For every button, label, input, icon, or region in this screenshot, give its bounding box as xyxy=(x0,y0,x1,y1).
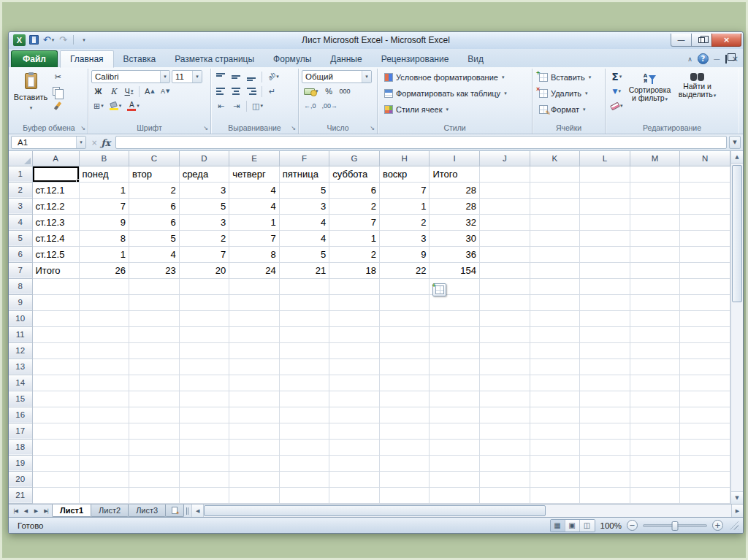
cell-B4[interactable]: 9 xyxy=(79,214,129,230)
cell-F3[interactable]: 3 xyxy=(279,198,329,214)
cell-K3[interactable] xyxy=(530,198,580,214)
cell-A11[interactable] xyxy=(32,326,79,342)
cell-F13[interactable] xyxy=(279,358,329,375)
cell-B6[interactable]: 1 xyxy=(79,246,129,262)
percent-button[interactable]: % xyxy=(322,85,336,98)
row-header-6[interactable]: 6 xyxy=(9,246,32,262)
row-header-12[interactable]: 12 xyxy=(9,342,32,358)
cell-A2[interactable]: ст.12.1 xyxy=(32,182,79,198)
cell-J20[interactable] xyxy=(480,471,530,487)
cell-H7[interactable]: 22 xyxy=(379,262,430,278)
fill-button[interactable]: ▼▾ xyxy=(608,85,625,98)
cell-M9[interactable] xyxy=(630,294,680,310)
cell-M7[interactable] xyxy=(630,262,680,278)
cell-F1[interactable]: пятница xyxy=(279,166,329,182)
tab-split-handle[interactable] xyxy=(184,505,190,517)
row-header-7[interactable]: 7 xyxy=(9,262,32,278)
conditional-formatting-button[interactable]: Условное форматирование▾ xyxy=(381,70,529,85)
cell-J10[interactable] xyxy=(480,310,530,326)
cell-C10[interactable] xyxy=(129,310,180,326)
cell-D18[interactable] xyxy=(179,439,229,455)
format-painter-button[interactable] xyxy=(50,99,66,112)
cell-I18[interactable] xyxy=(430,439,480,455)
cell-N14[interactable] xyxy=(680,375,730,391)
cell-J4[interactable] xyxy=(480,214,530,230)
cell-E18[interactable] xyxy=(229,439,280,455)
row-header-3[interactable]: 3 xyxy=(9,198,32,214)
cell-K19[interactable] xyxy=(530,455,580,471)
cell-M1[interactable] xyxy=(630,166,680,182)
cell-D12[interactable] xyxy=(179,342,229,358)
cell-D11[interactable] xyxy=(179,326,229,342)
cell-K17[interactable] xyxy=(530,423,580,439)
zoom-in-button[interactable]: + xyxy=(712,520,723,531)
format-cells-button[interactable]: ✎Формат▾ xyxy=(535,102,602,117)
cell-G20[interactable] xyxy=(329,471,380,487)
cell-F17[interactable] xyxy=(279,423,329,439)
align-left-button[interactable] xyxy=(214,85,228,98)
cell-F12[interactable] xyxy=(279,342,329,358)
row-header-5[interactable]: 5 xyxy=(9,230,32,246)
formula-input[interactable] xyxy=(115,136,727,149)
cell-A20[interactable] xyxy=(32,471,79,487)
cell-I19[interactable] xyxy=(430,455,480,471)
cell-C4[interactable]: 6 xyxy=(129,214,180,230)
cell-I1[interactable]: Итого xyxy=(430,166,480,182)
cell-F2[interactable]: 5 xyxy=(279,182,329,198)
cell-B18[interactable] xyxy=(79,439,129,455)
ribbon-tab-Вид[interactable]: Вид xyxy=(458,51,493,67)
cell-A12[interactable] xyxy=(32,342,79,358)
cell-H10[interactable] xyxy=(379,310,430,326)
cell-M4[interactable] xyxy=(630,214,680,230)
col-header-E[interactable]: E xyxy=(229,151,280,166)
cell-N19[interactable] xyxy=(680,455,730,471)
normal-view-button[interactable]: ▦ xyxy=(551,520,565,532)
cell-M18[interactable] xyxy=(630,439,680,455)
cell-B9[interactable] xyxy=(79,294,129,310)
scroll-left-button[interactable]: ◀ xyxy=(192,505,204,517)
horizontal-scroll-thumb[interactable] xyxy=(204,505,545,516)
cell-M13[interactable] xyxy=(630,358,680,375)
cell-B10[interactable] xyxy=(79,310,129,326)
cell-C16[interactable] xyxy=(129,407,180,423)
cell-C1[interactable]: втор xyxy=(129,166,180,182)
increase-decimal-button[interactable]: ←,0 xyxy=(302,99,318,112)
cell-D9[interactable] xyxy=(179,294,229,310)
zoom-out-button[interactable]: − xyxy=(627,520,638,531)
cell-J6[interactable] xyxy=(480,246,530,262)
cell-D2[interactable]: 3 xyxy=(179,182,229,198)
accounting-format-button[interactable]: ▾ xyxy=(302,85,321,98)
cell-B13[interactable] xyxy=(79,358,129,375)
vertical-scroll-thumb[interactable] xyxy=(732,165,742,302)
cell-N17[interactable] xyxy=(680,423,730,439)
cell-H8[interactable] xyxy=(379,278,430,294)
cell-N16[interactable] xyxy=(680,407,730,423)
cell-F8[interactable] xyxy=(279,278,329,294)
cell-N6[interactable] xyxy=(680,246,730,262)
align-top-button[interactable] xyxy=(214,70,228,83)
save-button[interactable] xyxy=(28,34,40,46)
cell-E15[interactable] xyxy=(229,391,280,407)
cell-M11[interactable] xyxy=(630,326,680,342)
cell-E14[interactable] xyxy=(229,375,280,391)
cell-G13[interactable] xyxy=(329,358,380,375)
cell-C2[interactable]: 2 xyxy=(129,182,180,198)
cell-E5[interactable]: 7 xyxy=(229,230,280,246)
cell-H5[interactable]: 3 xyxy=(379,230,430,246)
row-header-8[interactable]: 8 xyxy=(9,278,32,294)
cell-L1[interactable] xyxy=(580,166,630,182)
cell-B12[interactable] xyxy=(79,342,129,358)
cell-G18[interactable] xyxy=(329,439,380,455)
cell-C20[interactable] xyxy=(129,471,180,487)
cell-J13[interactable] xyxy=(480,358,530,375)
cell-L5[interactable] xyxy=(580,230,630,246)
cell-H11[interactable] xyxy=(379,326,430,342)
cell-C12[interactable] xyxy=(129,342,180,358)
cell-H14[interactable] xyxy=(379,375,430,391)
cell-E4[interactable]: 1 xyxy=(229,214,280,230)
cell-I2[interactable]: 28 xyxy=(430,182,480,198)
cell-M21[interactable] xyxy=(630,487,680,503)
help-button[interactable]: ? xyxy=(698,53,709,64)
cell-H6[interactable]: 9 xyxy=(379,246,430,262)
cell-N13[interactable] xyxy=(680,358,730,375)
